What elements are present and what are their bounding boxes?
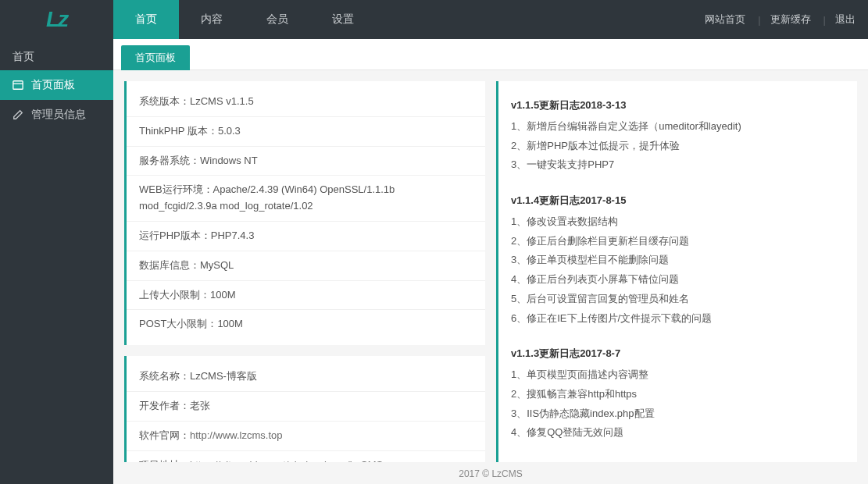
sidebar-title: 首页	[0, 39, 113, 70]
changelog-line: 3、一键安装支持PHP7	[511, 155, 845, 175]
nav-item-1[interactable]: 内容	[179, 0, 245, 39]
logo-text: Lz	[46, 7, 67, 32]
about-row-author: 开发作者：老张	[127, 392, 485, 422]
header-link-2[interactable]: 退出	[826, 0, 865, 39]
changelog-line: 5、后台可设置留言回复的管理员和姓名	[511, 290, 845, 309]
panel-system-info: 系统版本：LzCMS v1.1.5ThinkPHP 版本：5.0.3服务器系统：…	[124, 81, 485, 345]
header-link-1[interactable]: 更新缓存	[761, 0, 820, 39]
about-link-site[interactable]: http://www.lzcms.top	[190, 429, 282, 441]
top-nav: 首页内容会员设置	[113, 0, 376, 39]
sysinfo-row: WEB运行环境：Apache/2.4.39 (Win64) OpenSSL/1.…	[127, 176, 485, 222]
sysinfo-row: 上传大小限制：100M	[127, 281, 485, 311]
panel-about: 系统名称：LzCMS-博客版开发作者：老张软件官网：http://www.lzc…	[124, 356, 485, 462]
tabbar: 首页面板	[113, 39, 868, 70]
changelog-title: v1.1.5更新日志2018-3-13	[511, 98, 845, 112]
changelog-line: 3、IIS伪静态隐藏index.php配置	[511, 404, 845, 424]
changelog-block: v1.1.2更新日志2017-7-261、新增置顶功能2、图集多图上传支持多选上…	[498, 450, 857, 462]
about-label: 开发作者：	[139, 400, 190, 411]
about-row-site: 软件官网：http://www.lzcms.top	[127, 422, 485, 451]
panel-icon	[13, 80, 23, 91]
sidebar-item-label: 管理员信息	[31, 108, 86, 122]
sysinfo-row: 系统版本：LzCMS v1.1.5	[127, 87, 485, 117]
logo: Lz	[0, 7, 113, 32]
changelog-line: 1、新增后台编辑器自定义选择（umeditor和layedit)	[511, 117, 845, 137]
svg-rect-0	[13, 81, 23, 90]
changelog-line: 1、修改设置表数据结构	[511, 212, 845, 232]
about-value: 老张	[190, 400, 210, 411]
changelog-block: v1.1.5更新日志2018-3-131、新增后台编辑器自定义选择（umedit…	[498, 87, 857, 183]
sysinfo-row: 服务器系统：Windows NT	[127, 147, 485, 176]
changelog-line: 1、单页模型页面描述内容调整	[511, 365, 845, 385]
sysinfo-row: POST大小限制：100M	[127, 310, 485, 339]
about-row-repo: 项目地址：https://git.oschina.net/phplaozhang…	[127, 451, 485, 462]
changelog-line: 2、新增PHP版本过低提示，提升体验	[511, 137, 845, 156]
changelog-block: v1.1.3更新日志2017-8-71、单页模型页面描述内容调整2、搜狐畅言兼容…	[498, 336, 857, 450]
changelog-line: 2、修正后台删除栏目更新栏目缓存问题	[511, 232, 845, 251]
tab-dashboard[interactable]: 首页面板	[121, 45, 190, 70]
sysinfo-row: 运行PHP版本：PHP7.4.3	[127, 222, 485, 251]
header: Lz 首页内容会员设置 网站首页|更新缓存|退出	[0, 0, 868, 39]
header-link-0[interactable]: 网站首页	[695, 0, 755, 39]
nav-item-2[interactable]: 会员	[245, 0, 310, 39]
header-right: 网站首页|更新缓存|退出	[695, 0, 868, 39]
changelog-line: 3、修正单页模型栏目不能删除问题	[511, 251, 845, 270]
sysinfo-row: ThinkPHP 版本：5.0.3	[127, 117, 485, 147]
footer-link[interactable]: LzCMS	[491, 468, 522, 479]
about-label: 系统名称：	[139, 370, 190, 382]
panel-changelog: v1.1.5更新日志2018-3-131、新增后台编辑器自定义选择（umedit…	[496, 81, 857, 462]
changelog-line: 4、修复QQ登陆无效问题	[511, 423, 845, 443]
sidebar-item-1[interactable]: 管理员信息	[0, 100, 113, 130]
nav-item-3[interactable]: 设置	[310, 0, 376, 39]
changelog-line: 4、修正后台列表页小屏幕下错位问题	[511, 270, 845, 290]
sidebar-item-label: 首页面板	[31, 78, 75, 92]
about-row-name: 系统名称：LzCMS-博客版	[127, 362, 485, 392]
main-content: 首页面板 系统版本：LzCMS v1.1.5ThinkPHP 版本：5.0.3服…	[113, 39, 868, 484]
changelog-line: 6、修正在IE下上传图片/文件提示下载的问题	[511, 309, 845, 329]
sidebar: 首页 首页面板管理员信息	[0, 39, 113, 484]
changelog-block: v1.1.4更新日志2017-8-151、修改设置表数据结构2、修正后台删除栏目…	[498, 183, 857, 336]
edit-icon	[13, 109, 23, 120]
nav-item-0[interactable]: 首页	[113, 0, 179, 39]
about-value: LzCMS-博客版	[190, 370, 257, 382]
sysinfo-row: 数据库信息：MySQL	[127, 251, 485, 281]
footer: 2017 © LzCMS	[113, 462, 868, 484]
footer-prefix: 2017 ©	[459, 468, 489, 479]
changelog-line: 2、搜狐畅言兼容http和https	[511, 385, 845, 404]
about-label: 软件官网：	[139, 429, 190, 441]
sidebar-item-0[interactable]: 首页面板	[0, 70, 113, 100]
changelog-title: v1.1.4更新日志2017-8-15	[511, 194, 845, 208]
changelog-title: v1.1.3更新日志2017-8-7	[511, 347, 845, 361]
